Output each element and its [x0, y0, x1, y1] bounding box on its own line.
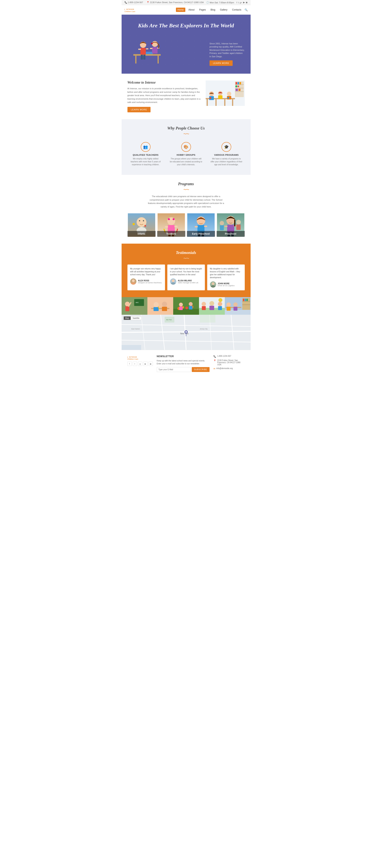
- svg-point-113: [179, 303, 183, 307]
- gallery-item-5[interactable]: [225, 297, 251, 315]
- programs-title: Programs: [127, 182, 245, 186]
- svg-rect-132: [243, 299, 244, 301]
- svg-point-103: [162, 302, 167, 307]
- svg-rect-1: [135, 56, 137, 63]
- svg-rect-137: [227, 307, 230, 311]
- testimonials-title: Testimonials: [127, 250, 245, 255]
- svg-rect-131: [242, 305, 250, 305]
- svg-rect-2: [158, 56, 159, 63]
- svg-text:East Harlem: East Harlem: [131, 328, 140, 330]
- newsletter-subscribe-button[interactable]: SUBSCRIBE: [192, 367, 209, 372]
- nav-gallery[interactable]: Gallery: [218, 8, 229, 12]
- footer-twitter-icon[interactable]: t: [133, 362, 137, 366]
- gallery-item-2[interactable]: [147, 297, 173, 315]
- svg-point-115: [189, 302, 193, 306]
- gallery-item-4[interactable]: [199, 297, 225, 315]
- testimonials-divider: 〜〜: [127, 256, 245, 260]
- hero-learn-more-button[interactable]: LEARN MORE: [209, 60, 233, 66]
- feature-teachers: 👥 QUALIFIED TEACHERS We employ only high…: [127, 140, 164, 168]
- svg-text:ABC: ABC: [136, 302, 139, 303]
- toddlers-label: Toddlers: [157, 231, 185, 237]
- gallery-item-1[interactable]: ABC: [122, 297, 147, 315]
- svg-point-125: [218, 298, 222, 302]
- svg-rect-120: [202, 306, 206, 310]
- svg-rect-47: [144, 225, 146, 227]
- nav-about[interactable]: About: [187, 8, 196, 12]
- nav-blog[interactable]: Blog: [209, 8, 217, 12]
- svg-rect-0: [133, 54, 161, 56]
- top-bar-left: 📞 1-800-1234-567 📍 2130 Fulton Street, S…: [124, 1, 204, 4]
- gallery-item-3[interactable]: [173, 297, 199, 315]
- testimonial-2-info: ALISA MILANO Sales manager at IBM Ltd.: [178, 280, 199, 284]
- map-lines-svg: New York East Harlem Jersey City Abc Par…: [122, 315, 251, 350]
- svg-rect-22: [239, 82, 241, 84]
- testimonials-section: Testimonials 〜〜 My younger son returns v…: [122, 244, 251, 297]
- map-tab-map[interactable]: Map: [123, 316, 131, 320]
- hobbies-title: HOBBY GROUPS: [170, 154, 202, 156]
- footer-email-text: info@demosite.org: [217, 367, 233, 369]
- svg-rect-31: [232, 99, 233, 106]
- testimonial-2-text: I am glad that my son is being taught in…: [170, 267, 202, 276]
- svg-rect-95: [125, 306, 129, 311]
- search-icon[interactable]: 🔍: [245, 8, 248, 11]
- svg-rect-8: [141, 55, 143, 60]
- svg-point-111: [185, 307, 188, 309]
- svg-rect-53: [165, 226, 168, 227]
- program-early-preschool[interactable]: Early Preschool: [187, 213, 215, 237]
- programs-divider: 〜〜: [127, 188, 245, 192]
- testimonial-3: My daughter is very satisfied with lesso…: [207, 265, 245, 290]
- program-toddlers[interactable]: Toddlers: [157, 213, 185, 237]
- email-icon: ✉: [213, 368, 215, 370]
- testimonial-2: I am glad that my son is being taught in…: [167, 265, 205, 290]
- nav-contacts[interactable]: Contacts: [230, 8, 243, 12]
- hero-content: Since 2001, Intense has been providing t…: [127, 33, 245, 66]
- svg-rect-114: [179, 307, 182, 310]
- svg-rect-12: [150, 48, 152, 49]
- map-tab-satellite[interactable]: Satellite: [131, 316, 141, 320]
- vimeo-icon[interactable]: ▶: [243, 1, 245, 4]
- top-bar: 📞 1-800-1234-567 📍 2130 Fulton Street, S…: [122, 0, 251, 5]
- twitter-icon[interactable]: t: [238, 1, 239, 4]
- svg-rect-130: [242, 301, 250, 302]
- teachers-desc: We employ only highly skilled teachers w…: [130, 157, 162, 166]
- feature-programs: 🎓 VARIOUS PROGRAMS We have a variety of …: [208, 140, 245, 168]
- google-plus-icon[interactable]: g+: [240, 1, 242, 4]
- footer-google-icon[interactable]: g: [138, 362, 142, 366]
- svg-rect-73: [224, 226, 228, 227]
- svg-rect-11: [152, 47, 158, 54]
- teachers-title: QUALIFIED TEACHERS: [130, 154, 162, 156]
- testimonial-2-avatar: [170, 278, 176, 285]
- svg-rect-124: [218, 306, 222, 310]
- footer-phone: 📞 1-800-1234-567: [213, 355, 245, 358]
- svg-point-138: [233, 303, 237, 307]
- programs-section: Programs 〜〜 The educational child care p…: [122, 175, 251, 244]
- footer-address-text: 2130 Fulton Street, San Francisco, CA 94…: [218, 359, 245, 366]
- nav-home[interactable]: Home: [176, 8, 185, 12]
- nav-pages[interactable]: Pages: [198, 8, 207, 12]
- testimonial-3-info: JOHN MORE Driver at CS Logistics: [218, 282, 235, 287]
- svg-point-78: [236, 220, 241, 224]
- newsletter-email-input[interactable]: [157, 367, 191, 372]
- logo-title: | INTENSE: [124, 7, 136, 10]
- program-infants[interactable]: Infants: [127, 213, 155, 237]
- footer-social-links: f t g ▶ ◉: [127, 362, 153, 366]
- footer-instagram-icon[interactable]: ◉: [149, 362, 153, 366]
- footer-vimeo-icon[interactable]: ▶: [143, 362, 148, 366]
- svg-rect-79: [236, 224, 241, 230]
- facebook-icon[interactable]: f: [236, 1, 237, 4]
- hobbies-desc: The groups where your children will be e…: [170, 157, 202, 166]
- welcome-learn-more-button[interactable]: LEARN MORE: [127, 107, 151, 112]
- svg-point-48: [133, 223, 135, 225]
- teachers-icon: 👥: [141, 142, 150, 152]
- welcome-right: [206, 81, 245, 106]
- site-header: | INTENSE Children Care Home About Pages…: [122, 5, 251, 14]
- programs-grid: Infants: [127, 213, 245, 237]
- program-preschool[interactable]: Preschool: [217, 213, 245, 237]
- svg-rect-5: [140, 48, 146, 55]
- instagram-icon[interactable]: ◉: [246, 1, 248, 4]
- footer-facebook-icon[interactable]: f: [127, 362, 132, 366]
- svg-point-58: [173, 218, 175, 220]
- map-section: Map Satellite New York East Harlem Jerse…: [122, 315, 251, 350]
- welcome-title: Welcome to Intense: [127, 81, 201, 85]
- phone-icon: 📞: [213, 355, 216, 358]
